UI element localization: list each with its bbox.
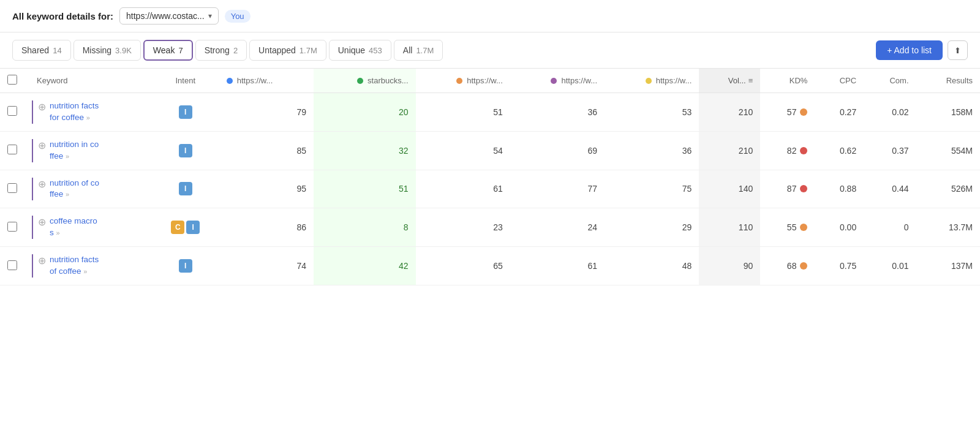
domain3-score: 54 <box>416 131 510 170</box>
domain4-dot <box>551 78 557 84</box>
add-keyword-icon[interactable]: ⊕ <box>38 101 46 113</box>
keyword-link[interactable]: nutrition of coffee » <box>50 178 99 201</box>
tab-weak[interactable]: Weak 7 <box>143 40 193 61</box>
table-row: ⊕ nutrition of coffee » I955161777514087… <box>0 170 980 208</box>
row-checkbox[interactable] <box>7 260 17 270</box>
intent-cell: CI <box>152 208 219 247</box>
row-checkbox[interactable] <box>7 222 17 232</box>
volume-header-label: Vol... <box>728 76 746 85</box>
keyword-link[interactable]: coffee macros » <box>50 216 97 239</box>
keyword-table: Keyword Intent https://w... starbucks... <box>0 69 980 285</box>
domain4-score: 69 <box>510 131 605 170</box>
select-all-header[interactable] <box>0 69 24 93</box>
domain2-header-label: starbucks... <box>368 76 408 85</box>
kd-number: 68 <box>787 261 797 271</box>
tab-all[interactable]: All 1.7M <box>394 40 443 61</box>
domain1-col-header: https://w... <box>219 69 314 93</box>
add-to-list-button[interactable]: + Add to list <box>876 40 943 60</box>
domain5-score: 29 <box>605 208 699 247</box>
com-value: 0 <box>864 208 916 247</box>
intent-badge-c: C <box>171 221 184 234</box>
domain4-score: 36 <box>510 93 605 132</box>
add-keyword-icon[interactable]: ⊕ <box>38 216 46 228</box>
domain2-score: 51 <box>314 170 416 208</box>
tabs-right: + Add to list ⬆ <box>876 40 968 60</box>
add-keyword-icon[interactable]: ⊕ <box>38 255 46 266</box>
cpc-value: 0.62 <box>815 131 864 170</box>
kd-value: 68 <box>760 247 815 285</box>
keyword-cell: ⊕ nutrition in coffee » <box>24 131 152 170</box>
com-value: 0.02 <box>864 93 916 132</box>
domain-value: https://www.costac... <box>126 11 205 21</box>
tab-strong-label: Strong <box>205 45 230 55</box>
keyword-link[interactable]: nutrition factsof coffee » <box>50 254 99 278</box>
intent-cell: I <box>152 131 219 170</box>
tab-strong[interactable]: Strong 2 <box>195 40 247 61</box>
tab-untapped-label: Untapped <box>258 45 296 55</box>
tab-weak-label: Weak <box>153 45 175 55</box>
row-checkbox-cell[interactable] <box>0 208 24 247</box>
tab-strong-count: 2 <box>233 46 238 55</box>
domain3-score: 23 <box>416 208 510 247</box>
tab-weak-count: 7 <box>178 46 183 55</box>
domain1-dot <box>227 78 233 84</box>
tab-unique-label: Unique <box>338 45 365 55</box>
row-checkbox-cell[interactable] <box>0 170 24 208</box>
kd-dot-indicator <box>800 147 807 154</box>
tab-shared[interactable]: Shared 14 <box>12 40 71 61</box>
domain4-col-header: https://w... <box>510 69 605 93</box>
kd-dot-indicator <box>800 224 807 231</box>
tabs-left: Shared 14 Missing 3.9K Weak 7 Strong 2 U… <box>12 40 443 61</box>
row-checkbox[interactable] <box>7 145 17 154</box>
intent-badge-i: I <box>186 221 200 234</box>
domain1-score: 86 <box>219 208 314 247</box>
add-keyword-icon[interactable]: ⊕ <box>38 178 46 190</box>
select-all-checkbox[interactable] <box>7 75 17 85</box>
keyword-link[interactable]: nutrition in coffee » <box>50 139 99 162</box>
header-bar: All keyword details for: https://www.cos… <box>0 0 980 32</box>
intent-cell: I <box>152 93 219 132</box>
domain3-header-label: https://w... <box>467 76 503 85</box>
table-header-row: Keyword Intent https://w... starbucks... <box>0 69 980 93</box>
domain3-score: 65 <box>416 247 510 285</box>
table-row: ⊕ nutrition factsof coffee » I7442656148… <box>0 247 980 285</box>
volume-col-header[interactable]: Vol... ≡ <box>699 69 760 93</box>
add-keyword-icon[interactable]: ⊕ <box>38 140 46 151</box>
export-button[interactable]: ⬆ <box>948 40 968 60</box>
domain2-score: 20 <box>314 93 416 132</box>
table-row: ⊕ nutrition in coffee » I853254693621082… <box>0 131 980 170</box>
keyword-cell: ⊕ coffee macros » <box>24 208 152 247</box>
kd-dot-indicator <box>800 108 807 116</box>
cpc-value: 0.00 <box>815 208 864 247</box>
tab-missing-label: Missing <box>83 45 111 55</box>
row-checkbox-cell[interactable] <box>0 247 24 285</box>
intent-col-header: Intent <box>152 69 219 93</box>
kd-number: 57 <box>787 107 797 117</box>
row-checkbox-cell[interactable] <box>0 93 24 132</box>
you-badge: You <box>225 10 251 23</box>
row-checkbox[interactable] <box>7 183 17 193</box>
domain-dropdown[interactable]: https://www.costac... ▾ <box>119 7 219 25</box>
cpc-value: 0.88 <box>815 170 864 208</box>
row-checkbox[interactable] <box>7 106 17 116</box>
tab-missing[interactable]: Missing 3.9K <box>74 40 141 61</box>
keyword-link[interactable]: nutrition factsfor coffee » <box>50 100 99 124</box>
kd-header-label: KD% <box>790 76 808 85</box>
domain5-score: 48 <box>605 247 699 285</box>
tabs-bar: Shared 14 Missing 3.9K Weak 7 Strong 2 U… <box>0 32 980 69</box>
domain3-dot <box>456 78 462 84</box>
kd-number: 82 <box>787 146 797 156</box>
export-icon: ⬆ <box>954 46 961 55</box>
tab-unique[interactable]: Unique 453 <box>329 40 391 61</box>
keyword-cell: ⊕ nutrition factsof coffee » <box>24 247 152 285</box>
table-row: ⊕ nutrition factsfor coffee » I792051365… <box>0 93 980 132</box>
table-row: ⊕ coffee macros » CI868232429110550.0001… <box>0 208 980 247</box>
kd-dot-indicator <box>800 185 807 192</box>
tab-shared-count: 14 <box>53 46 61 55</box>
domain4-score: 61 <box>510 247 605 285</box>
cpc-header-label: CPC <box>840 76 856 85</box>
kd-value: 55 <box>760 208 815 247</box>
row-checkbox-cell[interactable] <box>0 131 24 170</box>
domain5-score: 36 <box>605 131 699 170</box>
tab-untapped[interactable]: Untapped 1.7M <box>249 40 326 61</box>
